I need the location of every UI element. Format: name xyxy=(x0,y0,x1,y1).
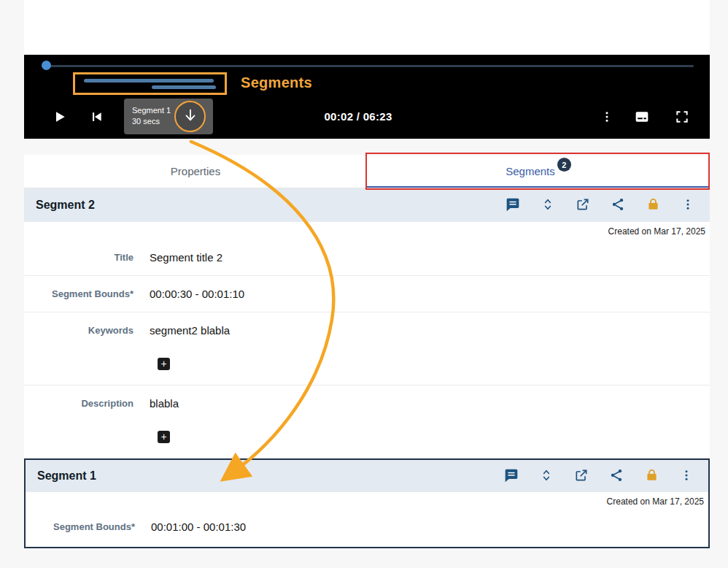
skip-previous-icon xyxy=(89,110,104,124)
segment-2-header: Segment 2 xyxy=(24,188,710,222)
segment-card-1: Segment 1 xyxy=(24,458,710,548)
segment-title: Segment 2 xyxy=(36,199,95,212)
field-row-description: Description blabla + xyxy=(24,385,710,458)
segment-menu-button[interactable] xyxy=(681,198,695,212)
field-row-keywords: Keywords segment2 blabla + xyxy=(24,312,710,385)
open-in-new-button[interactable] xyxy=(574,469,589,483)
add-keyword-button[interactable]: + xyxy=(158,358,170,370)
more-vert-icon xyxy=(681,198,694,213)
video-player: Segments Segment 1 30 secs 00:02 / 06:23 xyxy=(24,55,710,139)
open-in-new-icon xyxy=(574,468,589,485)
tab-bar: Properties Segments 2 xyxy=(24,155,710,188)
skip-previous-button[interactable] xyxy=(87,107,106,126)
field-row-title: Title Segment title 2 xyxy=(24,239,710,276)
play-button[interactable] xyxy=(50,107,69,126)
more-vert-icon xyxy=(680,469,693,484)
share-button[interactable] xyxy=(611,198,625,212)
field-value: 00:00:30 - 00:01:10 xyxy=(150,287,244,301)
details-panel: Properties Segments 2 Segment 2 xyxy=(24,155,710,548)
field-row-bounds: Segment Bounds* 00:01:00 - 00:01:30 xyxy=(26,510,708,547)
comment-icon xyxy=(504,468,519,485)
time-display: 00:02 / 06:23 xyxy=(282,110,435,123)
top-content-card xyxy=(24,0,710,55)
share-icon xyxy=(609,468,624,485)
comment-icon xyxy=(506,197,520,214)
collapse-expand-button[interactable] xyxy=(541,198,555,212)
play-icon xyxy=(53,110,67,124)
comment-button[interactable] xyxy=(506,198,520,212)
open-in-new-icon xyxy=(576,197,590,214)
field-row-bounds: Segment Bounds* 00:00:30 - 00:01:10 xyxy=(24,276,710,312)
add-description-button[interactable]: + xyxy=(158,431,170,443)
field-label: Description xyxy=(24,396,133,443)
tab-properties-label: Properties xyxy=(171,165,220,177)
page: { "player": { "overlay_title": "Segments… xyxy=(0,0,728,568)
more-vert-icon xyxy=(600,110,613,123)
down-arrow-icon xyxy=(182,107,198,126)
fullscreen-icon xyxy=(675,110,689,124)
scroll-to-segment-button[interactable] xyxy=(174,101,206,132)
share-button[interactable] xyxy=(609,469,624,483)
comment-button[interactable] xyxy=(504,469,519,483)
segment-title: Segment 1 xyxy=(37,469,96,483)
share-icon xyxy=(611,197,625,214)
fullscreen-button[interactable] xyxy=(673,107,692,126)
unfold-more-icon xyxy=(539,468,554,485)
unfold-more-icon xyxy=(541,197,555,214)
field-value: Segment title 2 xyxy=(150,250,222,264)
player-menu-button[interactable] xyxy=(597,107,616,126)
segment-menu-button[interactable] xyxy=(679,469,694,483)
field-label: Keywords xyxy=(24,323,133,370)
player-overlay-title: Segments xyxy=(241,74,312,91)
lock-button[interactable] xyxy=(646,198,660,212)
waveform-bar xyxy=(84,79,214,82)
segment-card-2: Segment 2 xyxy=(24,188,710,458)
lock-icon xyxy=(646,197,660,213)
seek-bar[interactable] xyxy=(42,65,694,67)
field-label: Title xyxy=(24,250,133,264)
field-value: blabla xyxy=(150,396,179,410)
waveform-bar xyxy=(152,85,216,89)
created-date: Created on Mar 17, 2025 xyxy=(24,222,710,239)
collapse-expand-button[interactable] xyxy=(539,469,554,483)
field-label: Segment Bounds* xyxy=(24,287,133,301)
segments-count-badge: 2 xyxy=(557,158,571,172)
segment-actions xyxy=(506,198,698,212)
tab-segments-label: Segments xyxy=(506,165,555,177)
open-in-new-button[interactable] xyxy=(576,198,590,212)
waveform-highlight-annotation xyxy=(73,72,227,95)
lock-button[interactable] xyxy=(644,469,659,483)
tab-properties[interactable]: Properties xyxy=(24,155,367,188)
field-label: Segment Bounds* xyxy=(26,520,135,534)
segment-actions xyxy=(504,469,697,483)
field-value: 00:01:00 - 00:01:30 xyxy=(151,520,246,534)
segment-1-header: Segment 1 xyxy=(26,460,708,492)
seek-handle[interactable] xyxy=(42,61,51,70)
tab-segments[interactable]: Segments 2 xyxy=(367,155,710,188)
field-value: segment2 blabla xyxy=(150,323,230,337)
created-date: Created on Mar 17, 2025 xyxy=(26,492,708,510)
subtitles-button[interactable] xyxy=(632,107,651,126)
lock-icon xyxy=(645,468,659,484)
subtitles-icon xyxy=(635,110,649,124)
